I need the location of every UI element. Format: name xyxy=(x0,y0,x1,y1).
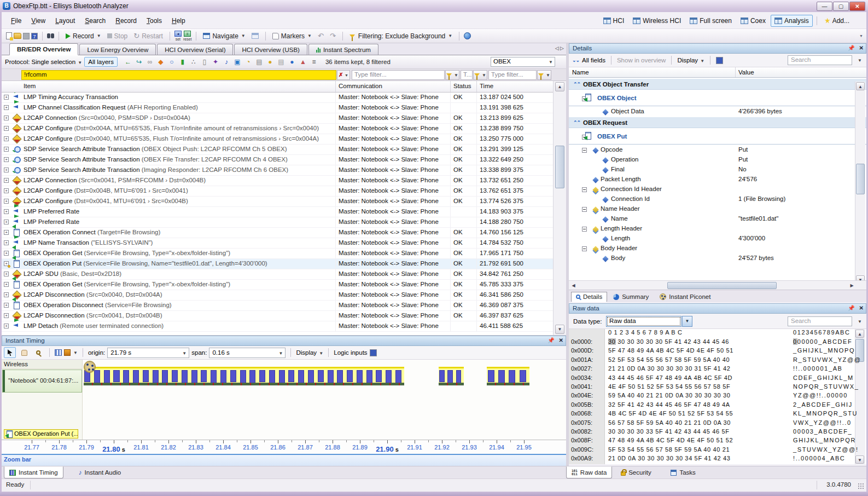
tab-hci-overview-usb[interactable]: HCI Overview (USB) xyxy=(234,44,307,55)
table-row[interactable]: +L2CAP Configure (Dst=0x004A, MTU=65'535… xyxy=(2,124,553,134)
pin-icon[interactable]: 📌 xyxy=(848,45,854,51)
expand-icon[interactable]: + xyxy=(4,116,9,120)
select-tool-button[interactable] xyxy=(4,347,16,358)
tab-instant-piconet[interactable]: Instant Piconet xyxy=(655,292,715,302)
menu-item-view[interactable]: View xyxy=(26,15,50,26)
maximize-button[interactable]: ▢ xyxy=(833,2,849,11)
open-file-icon[interactable] xyxy=(14,33,21,39)
expand-icon[interactable]: + xyxy=(4,126,9,131)
hex-row[interactable]: 0x0027:21 21 0D 0A 30 30 30 30 30 31 5F … xyxy=(569,365,866,374)
table-row[interactable]: +LMP Detach (Remote user terminated conn… xyxy=(2,321,553,332)
help-globe-icon[interactable] xyxy=(464,32,471,39)
details-hscrollbar[interactable]: ◀ ▶ xyxy=(569,280,866,290)
table-row[interactable]: +SDP Service Search Attribute Transactio… xyxy=(2,145,553,155)
back-arrow-icon[interactable]: ← xyxy=(124,58,132,66)
timing-pin-icon[interactable]: 📌 xyxy=(547,337,554,343)
table-row[interactable]: +LMP Timing Accuracy TransactionMaster: … xyxy=(2,93,553,103)
save-icon[interactable] xyxy=(23,33,30,39)
details-field[interactable]: Name"testfile01.dat" xyxy=(569,214,866,223)
coin-icon[interactable]: ● xyxy=(266,58,274,66)
details-field[interactable]: Connection Id1 (File Browsing) xyxy=(569,194,866,204)
rawdata-pin-icon[interactable]: 📌 xyxy=(848,305,854,311)
details-field[interactable]: OpcodePut xyxy=(569,145,866,154)
table-row[interactable]: +OBEX Operation Get (Service=File Browsi… xyxy=(2,249,553,259)
set-button[interactable]: ◄set xyxy=(174,31,182,41)
communication-filter-funnel[interactable]: ▼ xyxy=(445,70,459,80)
clear-filter-button[interactable]: ✗ ▼ xyxy=(337,70,350,80)
tab-raw-data[interactable]: 101011Raw data xyxy=(566,466,612,478)
resize-grip[interactable] xyxy=(858,483,865,490)
table-row[interactable]: +OBEX Operation Get (Service=File Browsi… xyxy=(2,280,553,290)
expand-icon[interactable]: + xyxy=(4,220,9,224)
scroll-up-icon[interactable]: ▲ xyxy=(555,82,564,91)
view-button-full-screen[interactable]: Full screen xyxy=(686,15,736,27)
page-icon[interactable]: ▤ xyxy=(277,58,285,66)
rawdata-search-drop[interactable]: ▼ xyxy=(858,319,862,324)
details-vscrollbar[interactable]: ▲ ▼ xyxy=(855,82,865,284)
details-panel-header[interactable]: Details 📌✕ xyxy=(569,43,866,54)
expand-icon[interactable]: + xyxy=(4,199,9,204)
view-button-hci[interactable]: HCI xyxy=(599,15,628,27)
expand-icon[interactable]: + xyxy=(4,136,9,141)
next-marker-button[interactable]: ↷ xyxy=(328,31,338,41)
scroll-down-icon[interactable]: ▼ xyxy=(555,325,564,334)
collapse-minus-icon[interactable] xyxy=(582,187,587,192)
expand-icon[interactable]: + xyxy=(4,147,9,152)
menu-item-record[interactable]: Record xyxy=(110,15,142,26)
data-type-select[interactable]: Raw data xyxy=(606,316,681,327)
tab-scroll-buttons[interactable]: ◁ ▷ xyxy=(555,45,564,51)
add-view-button[interactable]: Add... xyxy=(821,15,853,27)
timing-panel-header[interactable]: Instant Timing 📌✕ xyxy=(2,336,566,346)
table-row[interactable]: +SDP Service Search Attribute Transactio… xyxy=(2,165,553,176)
link-icon[interactable]: ∞ xyxy=(146,58,154,66)
status-filter-funnel[interactable]: ▼ xyxy=(473,70,487,80)
expand-icon[interactable]: + xyxy=(4,282,9,287)
selected-event-label[interactable]: OBEX Operation Put (... xyxy=(4,429,78,439)
tab-br-edr-overview[interactable]: BR/EDR Overview xyxy=(9,43,78,55)
clock-icon[interactable]: ◔ xyxy=(244,58,252,66)
table-row[interactable]: +OBEX Operation Put (Service=File Browsi… xyxy=(2,259,553,269)
tab-tasks[interactable]: Tasks xyxy=(666,466,700,478)
table-row[interactable]: +LMP Preferred RateMaster: Notebook <-> … xyxy=(2,207,553,217)
expand-icon[interactable]: + xyxy=(4,240,9,245)
protocol-mode-button[interactable]: Protocol: Single selection ▼ xyxy=(5,59,82,65)
details-field[interactable]: Body24'527 bytes xyxy=(569,253,866,263)
timing-waveform[interactable] xyxy=(83,360,565,440)
collapse-chevron-icon[interactable]: ⌃⌃ xyxy=(573,120,580,125)
table-scroll-thumb[interactable] xyxy=(555,146,564,188)
toolbar-overflow[interactable]: ▼ xyxy=(859,34,863,38)
hex-row[interactable]: 0x000D:5F 47 48 49 4A 4B 4C 5F 4D 4E 4F … xyxy=(569,347,866,356)
details-field[interactable]: Length4'300'000 xyxy=(569,233,866,243)
find-icon[interactable] xyxy=(47,33,50,38)
collapse-minus-icon[interactable] xyxy=(582,148,587,153)
table-row[interactable]: +LMP Preferred RateMaster: Notebook <-> … xyxy=(2,217,553,228)
expand-icon[interactable]: + xyxy=(4,324,9,328)
expand-icon[interactable]: + xyxy=(4,313,9,318)
tab-security[interactable]: Security xyxy=(616,466,656,478)
device-row[interactable]: "Notebook" 00:04:61:87:... xyxy=(2,370,82,393)
logic-inputs-button[interactable]: Logic inputs xyxy=(334,349,367,356)
tab-details[interactable]: Details xyxy=(571,292,607,302)
details-scroll-left-icon[interactable]: ◀ xyxy=(570,282,577,289)
expand-icon[interactable]: + xyxy=(4,178,9,183)
details-field[interactable]: Name Header xyxy=(569,204,866,214)
bell-icon[interactable]: ◆ xyxy=(157,58,165,66)
table-header[interactable]: Item Communication Status Time xyxy=(2,81,553,93)
go-to-button[interactable] xyxy=(249,32,261,40)
reset-button[interactable]: ≡reset xyxy=(183,31,192,41)
details-field[interactable]: Connection Id Header xyxy=(569,184,866,194)
hex-row[interactable]: 0x0034:43 44 45 46 5F 47 48 49 4A 4B 4C … xyxy=(569,374,866,383)
timing-close-icon[interactable]: ✕ xyxy=(559,337,563,343)
new-file-icon[interactable] xyxy=(6,32,12,39)
time-filter-input[interactable]: Type filter... xyxy=(488,70,537,80)
hex-row[interactable]: 0x005B:32 5F 41 42 43 44 45 46 5F 47 48 … xyxy=(569,401,866,410)
expand-icon[interactable]: + xyxy=(4,168,9,172)
table-row[interactable]: +OBEX Operation Disconnect (Service=File… xyxy=(2,301,553,311)
magnifier-icon[interactable]: ○ xyxy=(168,58,176,66)
mouse-icon[interactable]: ▯ xyxy=(201,58,208,66)
menu-item-tools[interactable]: Tools xyxy=(142,15,167,26)
table-row[interactable]: +LMP Channel Classification Request (AFH… xyxy=(2,103,553,113)
status-filter-input[interactable]: T... xyxy=(461,70,473,80)
pan-tool-button[interactable] xyxy=(18,347,30,358)
table-scrollbar[interactable]: ▲ ▼ xyxy=(553,81,566,335)
